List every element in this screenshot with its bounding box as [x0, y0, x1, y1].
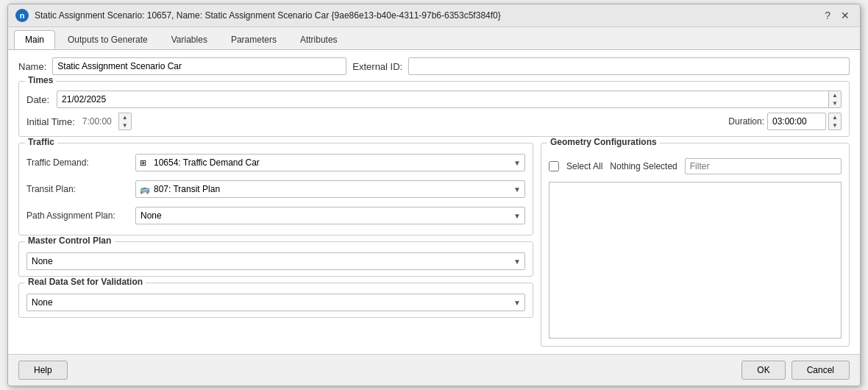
time-spin-down[interactable]: ▼	[119, 121, 131, 130]
name-label: Name:	[18, 61, 46, 72]
tab-variables[interactable]: Variables	[160, 30, 218, 49]
external-id-label: External ID:	[352, 61, 402, 72]
date-spin[interactable]: ▲ ▼	[828, 91, 842, 108]
master-control-select[interactable]: None	[26, 252, 525, 270]
geo-header: Select All Nothing Selected	[549, 155, 842, 177]
real-data-label: Real Data Set for Validation	[25, 277, 146, 287]
dialog-body: Name: External ID: Times Date: ▲ ▼	[8, 50, 860, 354]
right-panel: Geometry Configurations Select All Nothi…	[541, 143, 850, 347]
traffic-group: Traffic Traffic Demand: ⊞ 10654: Traffic…	[18, 143, 533, 235]
external-id-input[interactable]	[408, 57, 850, 75]
cancel-button[interactable]: Cancel	[791, 361, 850, 380]
traffic-demand-select[interactable]: 10654: Traffic Demand Car	[135, 154, 525, 171]
tabs-bar: Main Outputs to Generate Variables Param…	[8, 27, 860, 50]
times-content: Date: ▲ ▼ Initial Time: 7:00:00 ▲ ▼	[26, 91, 842, 130]
ok-button[interactable]: OK	[741, 361, 785, 380]
name-row: Name: External ID:	[18, 57, 850, 75]
transit-plan-select[interactable]: 807: Transit Plan	[135, 180, 525, 198]
duration-group: Duration: ▲ ▼	[728, 113, 842, 130]
transit-plan-row: Transit Plan: 🚌 807: Transit Plan ▼	[26, 180, 525, 198]
title-bar: n Static Assignment Scenario: 10657, Nam…	[8, 4, 860, 27]
duration-label: Duration:	[728, 116, 764, 127]
transit-plan-select-wrap: 🚌 807: Transit Plan ▼	[135, 180, 525, 198]
footer-right: OK Cancel	[741, 361, 850, 380]
duration-input[interactable]	[767, 113, 826, 130]
date-row: Date: ▲ ▼	[26, 91, 842, 108]
real-data-select[interactable]: None	[26, 294, 525, 311]
dialog-footer: Help OK Cancel	[8, 354, 860, 386]
master-control-select-wrap-outer: None ▼	[26, 252, 525, 270]
initial-time-label: Initial Time:	[26, 116, 75, 127]
help-button[interactable]: Help	[18, 361, 68, 380]
path-assignment-label: Path Assignment Plan:	[26, 210, 129, 221]
date-input[interactable]	[57, 91, 829, 108]
traffic-demand-label: Traffic Demand:	[26, 157, 129, 168]
duration-spin-up[interactable]: ▲	[829, 113, 841, 121]
tab-attributes[interactable]: Attributes	[289, 30, 349, 49]
close-button[interactable]: ✕	[838, 10, 853, 21]
path-assignment-select[interactable]: None	[135, 207, 525, 224]
tab-parameters[interactable]: Parameters	[220, 30, 288, 49]
initial-time-value: 7:00:00	[82, 116, 112, 127]
app-icon: n	[15, 9, 29, 22]
date-label: Date:	[26, 94, 49, 105]
help-title-button[interactable]: ?	[822, 10, 833, 21]
tab-outputs[interactable]: Outputs to Generate	[57, 30, 159, 49]
geometry-group-label: Geometry Configurations	[547, 137, 660, 147]
main-content: Traffic Traffic Demand: ⊞ 10654: Traffic…	[18, 143, 850, 347]
tab-main[interactable]: Main	[14, 30, 55, 49]
time-row: Initial Time: 7:00:00 ▲ ▼ Duration: ▲ ▼	[26, 113, 842, 130]
master-control-label: Master Control Plan	[25, 235, 114, 246]
duration-spin[interactable]: ▲ ▼	[828, 113, 842, 130]
real-data-group: Real Data Set for Validation None ▼	[18, 283, 533, 318]
traffic-group-label: Traffic	[25, 137, 57, 147]
title-bar-buttons: ? ✕	[822, 10, 853, 21]
real-data-select-wrap-outer: None ▼	[26, 294, 525, 311]
name-input[interactable]	[52, 57, 346, 75]
duration-spin-down[interactable]: ▼	[829, 121, 841, 130]
traffic-rows: Traffic Demand: ⊞ 10654: Traffic Demand …	[26, 154, 525, 229]
select-all-label: Select All	[566, 161, 602, 171]
traffic-demand-select-wrap: ⊞ 10654: Traffic Demand Car ▼	[135, 154, 525, 171]
date-spin-down[interactable]: ▼	[829, 99, 841, 107]
geometry-group: Geometry Configurations Select All Nothi…	[541, 143, 850, 347]
master-control-group: Master Control Plan None ▼	[18, 241, 533, 277]
times-group: Times Date: ▲ ▼ Initial Time: 7:00:00	[18, 81, 850, 137]
geometry-inner: Select All Nothing Selected	[549, 155, 842, 338]
dialog: n Static Assignment Scenario: 10657, Nam…	[7, 4, 861, 386]
times-group-label: Times	[25, 75, 56, 85]
select-all-checkbox[interactable]	[549, 161, 559, 171]
real-data-select-wrap: None ▼	[26, 294, 525, 311]
master-control-select-wrap: None ▼	[26, 252, 525, 270]
transit-plan-label: Transit Plan:	[26, 184, 129, 194]
traffic-demand-row: Traffic Demand: ⊞ 10654: Traffic Demand …	[26, 154, 525, 171]
title-bar-text: Static Assignment Scenario: 10657, Name:…	[35, 10, 816, 21]
path-assignment-row: Path Assignment Plan: None ▼	[26, 207, 525, 224]
geometry-list	[549, 182, 842, 338]
footer-left: Help	[18, 361, 68, 380]
time-spin-up[interactable]: ▲	[119, 113, 131, 121]
nothing-selected-label: Nothing Selected	[610, 161, 677, 171]
geometry-filter-input[interactable]	[685, 158, 842, 174]
date-input-wrap: ▲ ▼	[57, 91, 842, 108]
left-panel: Traffic Traffic Demand: ⊞ 10654: Traffic…	[18, 143, 533, 347]
date-spin-up[interactable]: ▲	[829, 91, 841, 99]
path-assignment-select-wrap: None ▼	[135, 207, 525, 224]
time-spin[interactable]: ▲ ▼	[118, 113, 132, 130]
